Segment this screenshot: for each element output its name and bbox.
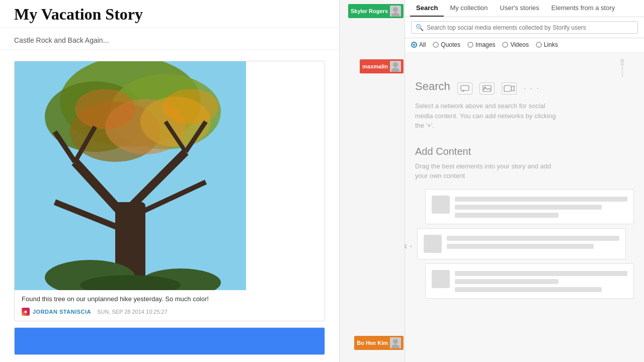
add-content-title: Add Content (415, 146, 471, 157)
card-caption: Found this tree on our unplanned hike ye… (15, 290, 325, 306)
skeleton-avatar-1 (432, 196, 450, 214)
svg-rect-31 (483, 85, 491, 92)
tree-image (15, 61, 246, 290)
card-meta: ■ JORDAN STANISCIA SUN, SEP 28 2014 10:2… (15, 306, 325, 321)
chat-network-icon[interactable] (457, 82, 472, 95)
left-arrow-icon[interactable]: ‹ · (405, 240, 412, 251)
filter-videos[interactable]: Videos (502, 41, 528, 48)
up-chevron-icon: ⇧ (618, 58, 626, 67)
svg-rect-30 (461, 85, 469, 90)
skeleton-cards-wrapper: ‹ · (415, 189, 634, 303)
filter-images-label: Images (475, 41, 495, 48)
radio-quotes (433, 42, 439, 48)
skeleton-line-3c (455, 287, 602, 292)
filter-quotes-label: Quotes (441, 41, 460, 48)
svg-point-7 (75, 89, 135, 129)
search-icon: 🔍 (416, 24, 424, 31)
skeleton-line-3a (455, 271, 627, 276)
more-networks-icon: · · · (524, 84, 540, 93)
svg-point-28 (393, 339, 398, 344)
radio-videos (502, 42, 508, 48)
skyler-name: Skyler Rogers (351, 8, 388, 14)
story-content: Found this tree on our unplanned hike ye… (0, 50, 339, 362)
maxmalin-avatar (390, 61, 401, 72)
tab-elements-story[interactable]: Elements from a story (545, 0, 621, 17)
search-input-wrapper: 🔍 (411, 21, 638, 34)
filter-row: All Quotes Images Videos Links (405, 38, 644, 53)
user-badge-maxmalin: maxmalin (360, 59, 404, 73)
tab-user-stories[interactable]: User's stories (494, 0, 545, 17)
story-title-input[interactable] (14, 5, 325, 24)
bohee-avatar (390, 337, 401, 348)
search-input[interactable] (427, 24, 633, 31)
search-section-title: Search (415, 80, 450, 93)
skeleton-lines-1 (455, 196, 627, 218)
user-badge-bohee: Bo Hee Kim (354, 336, 404, 350)
skyler-avatar (390, 6, 401, 17)
search-description: Select a network above and search for so… (415, 101, 556, 131)
story-card-tree: Found this tree on our unplanned hike ye… (14, 61, 325, 321)
search-main: ⇧ Search (405, 53, 644, 362)
tab-my-collection[interactable]: My collection (444, 0, 494, 17)
filter-quotes[interactable]: Quotes (433, 41, 460, 48)
right-panel: Search My collection User's stories Elem… (405, 0, 644, 362)
skeleton-avatar-2 (424, 235, 442, 253)
skeleton-avatar-3 (432, 270, 450, 288)
skeleton-line-2a (447, 236, 619, 241)
svg-point-25 (393, 62, 398, 67)
user-badge-skyler: Skyler Rogers (348, 4, 404, 18)
story-card-blue (14, 327, 325, 355)
search-box-area: 🔍 (405, 17, 644, 38)
filter-links[interactable]: Links (536, 41, 558, 48)
right-tabs: Search My collection User's stories Elem… (405, 0, 644, 17)
radio-all (411, 42, 417, 48)
image-network-icon[interactable] (479, 82, 495, 95)
svg-point-22 (393, 7, 398, 12)
skeleton-line-3b (455, 279, 558, 284)
svg-rect-33 (504, 85, 511, 92)
instagram-icon: ■ (22, 308, 30, 316)
filter-links-label: Links (544, 41, 558, 48)
story-subtitle: Castle Rock and Back Again... (0, 32, 339, 50)
skeleton-card-3 (425, 263, 634, 299)
svg-point-8 (163, 89, 218, 124)
story-panel: Castle Rock and Back Again... (0, 0, 340, 362)
skeleton-line-2b (447, 244, 594, 249)
skeleton-line-1a (455, 197, 627, 202)
skeleton-line-1b (455, 205, 602, 210)
add-content-desc: Drag the best elements into your story a… (415, 161, 556, 181)
card-author: JORDAN STANISCIA (33, 309, 91, 315)
filter-videos-label: Videos (510, 41, 528, 48)
tab-search[interactable]: Search (410, 0, 444, 17)
filter-all-label: All (419, 41, 426, 48)
story-header (0, 0, 339, 28)
bohee-name: Bo Hee Kim (357, 340, 388, 346)
filter-all[interactable]: All (411, 41, 426, 48)
skeleton-lines-2 (447, 235, 619, 249)
skeleton-line-1c (455, 213, 558, 218)
card-date: SUN, SEP 28 2014 10:25:27 (97, 309, 168, 315)
dotted-line (622, 67, 623, 77)
radio-images (467, 42, 473, 48)
middle-sidebar: Skyler Rogers maxmalin Bo Hee Kim (340, 0, 405, 362)
radio-links (536, 42, 542, 48)
video-network-icon[interactable] (502, 82, 517, 95)
skeleton-card-2 (417, 228, 626, 259)
skeleton-card-1 (425, 189, 634, 224)
filter-images[interactable]: Images (467, 41, 495, 48)
maxmalin-name: maxmalin (362, 63, 388, 69)
skeleton-lines-3 (455, 270, 627, 292)
